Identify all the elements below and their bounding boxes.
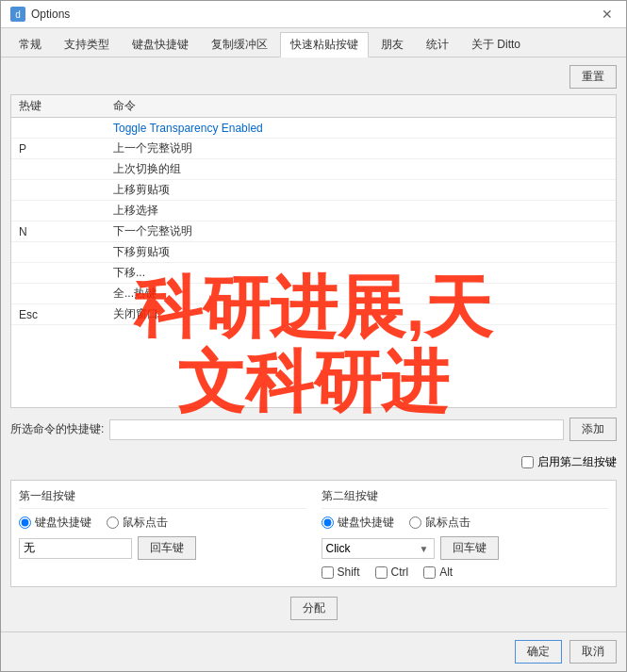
table-row[interactable]: 上次切换的组 bbox=[11, 159, 616, 180]
group2-box: 第二组按键 键盘快捷键 鼠标点击 bbox=[322, 488, 609, 579]
enable-second-group-row: 启用第二组按键 bbox=[10, 451, 617, 474]
window-title: Options bbox=[31, 8, 70, 21]
group1-radio-mouse-label: 鼠标点击 bbox=[123, 515, 168, 531]
group2-checkbox-row: Shift Ctrl Alt bbox=[322, 565, 609, 579]
assign-row: 分配 bbox=[10, 593, 617, 624]
cmd-cell: 关闭窗口 bbox=[113, 306, 608, 322]
alt-label: Alt bbox=[439, 565, 453, 579]
group2-radio-mouse[interactable]: 鼠标点击 bbox=[409, 515, 470, 531]
table-row[interactable]: P 上一个完整说明 bbox=[11, 139, 616, 159]
groups-container: 第一组按键 键盘快捷键 鼠标点击 回车键 bbox=[10, 480, 617, 587]
group2-radio-mouse-label: 鼠标点击 bbox=[425, 515, 470, 531]
tab-copy-buffer[interactable]: 复制缓冲区 bbox=[201, 32, 278, 57]
app-icon-letter: d bbox=[15, 9, 21, 20]
app-icon: d bbox=[10, 7, 25, 22]
group1-radio-keyboard-input[interactable] bbox=[19, 516, 31, 529]
content-wrapper: 科研进展,天 文科研进 重置 热键 命令 Toggle Transparency… bbox=[1, 57, 626, 631]
group2-dropdown[interactable]: Click Double Click Right Click Middle Cl… bbox=[322, 538, 435, 559]
table-header: 热键 命令 bbox=[11, 95, 616, 118]
group2-radio-keyboard-input[interactable] bbox=[322, 516, 334, 529]
cmd-cell: 上移剪贴项 bbox=[113, 182, 608, 198]
group2-dropdown-wrapper: Click Double Click Right Click Middle Cl… bbox=[322, 538, 435, 559]
table-row[interactable]: 下移... bbox=[11, 263, 616, 284]
ctrl-checkbox[interactable] bbox=[375, 566, 388, 579]
footer: 确定 取消 bbox=[1, 631, 626, 671]
title-bar-left: d Options bbox=[10, 7, 70, 22]
main-content: 重置 热键 命令 Toggle Transparency Enabled P 上… bbox=[1, 57, 626, 631]
group1-radio-keyboard-label: 键盘快捷键 bbox=[35, 515, 91, 531]
cmd-cell: Toggle Transparency Enabled bbox=[113, 122, 608, 135]
cmd-cell: 上一个完整说明 bbox=[113, 140, 608, 156]
tab-quick-paste[interactable]: 快速粘贴按键 bbox=[280, 32, 369, 57]
shortcut-section: 所选命令的快捷键: 添加 bbox=[10, 414, 617, 445]
add-button[interactable]: 添加 bbox=[569, 418, 617, 441]
hotkey-cell: Esc bbox=[19, 308, 113, 321]
close-button[interactable]: ✕ bbox=[598, 7, 617, 22]
cmd-cell: 上移选择 bbox=[113, 203, 608, 219]
table-row[interactable]: 下移剪贴项 bbox=[11, 242, 616, 263]
shortcut-input[interactable] bbox=[109, 419, 564, 440]
shift-checkbox[interactable] bbox=[322, 566, 334, 579]
checkbox-ctrl[interactable]: Ctrl bbox=[375, 565, 409, 579]
tab-general[interactable]: 常规 bbox=[8, 32, 52, 57]
group2-radio-keyboard[interactable]: 键盘快捷键 bbox=[322, 515, 394, 531]
ok-button[interactable]: 确定 bbox=[515, 640, 562, 664]
cancel-button[interactable]: 取消 bbox=[569, 640, 617, 664]
group1-radio-keyboard[interactable]: 键盘快捷键 bbox=[19, 515, 91, 531]
shortcut-label: 所选命令的快捷键: bbox=[10, 421, 104, 437]
header-cmd: 命令 bbox=[113, 98, 608, 114]
tab-stats[interactable]: 统计 bbox=[416, 32, 459, 57]
group2-enter-button[interactable]: 回车键 bbox=[440, 536, 499, 560]
header-hotkey: 热键 bbox=[19, 98, 113, 114]
table-row[interactable]: Esc 关闭窗口 bbox=[11, 304, 616, 325]
tab-bar: 常规 支持类型 键盘快捷键 复制缓冲区 快速粘贴按键 朋友 统计 关于 Ditt… bbox=[1, 28, 626, 57]
enable-second-group-label: 启用第二组按键 bbox=[537, 454, 617, 470]
assign-button[interactable]: 分配 bbox=[290, 597, 338, 620]
reset-row: 重置 bbox=[10, 65, 617, 89]
group1-box: 第一组按键 键盘快捷键 鼠标点击 回车键 bbox=[19, 488, 306, 579]
table-row[interactable]: Toggle Transparency Enabled bbox=[11, 118, 616, 139]
group2-radio-keyboard-label: 键盘快捷键 bbox=[338, 515, 394, 531]
title-bar: d Options ✕ bbox=[1, 1, 626, 28]
cmd-cell: 下一个完整说明 bbox=[113, 223, 608, 239]
enable-second-group-checkbox[interactable] bbox=[521, 456, 534, 468]
group1-input-row: 回车键 bbox=[19, 536, 306, 560]
tab-about[interactable]: 关于 Ditto bbox=[461, 32, 531, 57]
shift-label: Shift bbox=[338, 565, 360, 579]
group2-title: 第二组按键 bbox=[322, 488, 609, 509]
hotkey-cell: N bbox=[19, 225, 113, 238]
checkbox-shift[interactable]: Shift bbox=[322, 565, 360, 579]
ctrl-label: Ctrl bbox=[391, 565, 409, 579]
cmd-cell: 全...热键 bbox=[113, 286, 608, 302]
hotkey-cell: P bbox=[19, 142, 113, 156]
table-body[interactable]: Toggle Transparency Enabled P 上一个完整说明 上次… bbox=[11, 118, 616, 407]
table-row[interactable]: 上移剪贴项 bbox=[11, 180, 616, 201]
alt-checkbox[interactable] bbox=[423, 566, 436, 579]
group1-radio-mouse[interactable]: 鼠标点击 bbox=[107, 515, 168, 531]
reset-button[interactable]: 重置 bbox=[569, 65, 617, 89]
tab-friends[interactable]: 朋友 bbox=[371, 32, 414, 57]
table-row[interactable]: 上移选择 bbox=[11, 201, 616, 221]
group1-enter-button[interactable]: 回车键 bbox=[138, 536, 196, 560]
group2-radio-mouse-input[interactable] bbox=[409, 516, 421, 529]
group1-radio-row: 键盘快捷键 鼠标点击 bbox=[19, 515, 306, 531]
cmd-cell: 下移剪贴项 bbox=[113, 244, 608, 260]
cmd-cell: 上次切换的组 bbox=[113, 161, 608, 177]
main-window: d Options ✕ 常规 支持类型 键盘快捷键 复制缓冲区 快速粘贴按键 朋… bbox=[0, 0, 627, 672]
cmd-cell: 下移... bbox=[113, 265, 608, 281]
table-row[interactable]: 全...热键 bbox=[11, 284, 616, 304]
group2-radio-row: 键盘快捷键 鼠标点击 bbox=[322, 515, 609, 531]
group1-title: 第一组按键 bbox=[19, 488, 306, 509]
group1-radio-mouse-input[interactable] bbox=[107, 516, 119, 529]
tab-keyboard-shortcuts[interactable]: 键盘快捷键 bbox=[122, 32, 199, 57]
group2-input-row: Click Double Click Right Click Middle Cl… bbox=[322, 536, 609, 560]
group1-key-input[interactable] bbox=[19, 538, 132, 559]
tab-support-type[interactable]: 支持类型 bbox=[54, 32, 120, 57]
table-row[interactable]: N 下一个完整说明 bbox=[11, 221, 616, 242]
hotkey-table: 热键 命令 Toggle Transparency Enabled P 上一个完… bbox=[10, 94, 617, 408]
checkbox-alt[interactable]: Alt bbox=[423, 565, 453, 579]
